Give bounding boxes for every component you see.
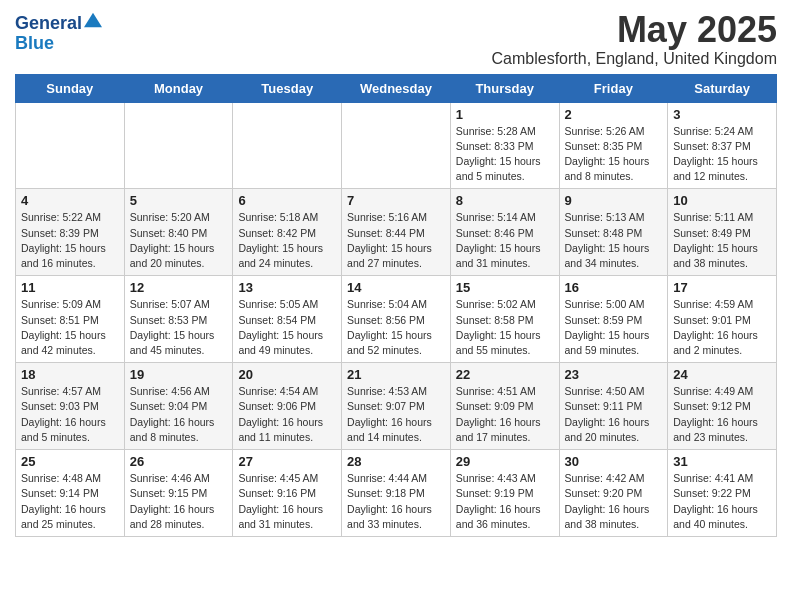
calendar-cell: 14Sunrise: 5:04 AMSunset: 8:56 PMDayligh… (342, 276, 451, 363)
calendar-cell: 27Sunrise: 4:45 AMSunset: 9:16 PMDayligh… (233, 450, 342, 537)
calendar-cell: 12Sunrise: 5:07 AMSunset: 8:53 PMDayligh… (124, 276, 233, 363)
calendar-cell (16, 102, 125, 189)
calendar-header-monday: Monday (124, 74, 233, 102)
day-info: Sunrise: 4:54 AMSunset: 9:06 PMDaylight:… (238, 384, 336, 445)
calendar-cell: 3Sunrise: 5:24 AMSunset: 8:37 PMDaylight… (668, 102, 777, 189)
logo: General Blue (15, 14, 102, 54)
month-title: May 2025 (492, 10, 778, 50)
logo-blue: Blue (15, 33, 54, 53)
day-info: Sunrise: 5:11 AMSunset: 8:49 PMDaylight:… (673, 210, 771, 271)
day-info: Sunrise: 4:45 AMSunset: 9:16 PMDaylight:… (238, 471, 336, 532)
calendar-week-3: 11Sunrise: 5:09 AMSunset: 8:51 PMDayligh… (16, 276, 777, 363)
day-number: 4 (21, 193, 119, 208)
day-number: 21 (347, 367, 445, 382)
day-number: 31 (673, 454, 771, 469)
calendar-header-sunday: Sunday (16, 74, 125, 102)
day-info: Sunrise: 5:13 AMSunset: 8:48 PMDaylight:… (565, 210, 663, 271)
day-number: 26 (130, 454, 228, 469)
day-info: Sunrise: 4:42 AMSunset: 9:20 PMDaylight:… (565, 471, 663, 532)
day-info: Sunrise: 4:49 AMSunset: 9:12 PMDaylight:… (673, 384, 771, 445)
calendar-cell: 11Sunrise: 5:09 AMSunset: 8:51 PMDayligh… (16, 276, 125, 363)
calendar-week-5: 25Sunrise: 4:48 AMSunset: 9:14 PMDayligh… (16, 450, 777, 537)
calendar-cell: 15Sunrise: 5:02 AMSunset: 8:58 PMDayligh… (450, 276, 559, 363)
calendar-cell: 13Sunrise: 5:05 AMSunset: 8:54 PMDayligh… (233, 276, 342, 363)
calendar-header-friday: Friday (559, 74, 668, 102)
calendar-body: 1Sunrise: 5:28 AMSunset: 8:33 PMDaylight… (16, 102, 777, 536)
day-info: Sunrise: 5:22 AMSunset: 8:39 PMDaylight:… (21, 210, 119, 271)
calendar-header-tuesday: Tuesday (233, 74, 342, 102)
day-number: 29 (456, 454, 554, 469)
day-number: 8 (456, 193, 554, 208)
day-info: Sunrise: 5:07 AMSunset: 8:53 PMDaylight:… (130, 297, 228, 358)
calendar-cell (124, 102, 233, 189)
day-info: Sunrise: 4:41 AMSunset: 9:22 PMDaylight:… (673, 471, 771, 532)
calendar-cell: 2Sunrise: 5:26 AMSunset: 8:35 PMDaylight… (559, 102, 668, 189)
calendar-cell: 4Sunrise: 5:22 AMSunset: 8:39 PMDaylight… (16, 189, 125, 276)
day-number: 14 (347, 280, 445, 295)
calendar-cell: 10Sunrise: 5:11 AMSunset: 8:49 PMDayligh… (668, 189, 777, 276)
calendar-cell: 18Sunrise: 4:57 AMSunset: 9:03 PMDayligh… (16, 363, 125, 450)
day-info: Sunrise: 5:05 AMSunset: 8:54 PMDaylight:… (238, 297, 336, 358)
day-info: Sunrise: 5:28 AMSunset: 8:33 PMDaylight:… (456, 124, 554, 185)
day-info: Sunrise: 5:26 AMSunset: 8:35 PMDaylight:… (565, 124, 663, 185)
day-number: 12 (130, 280, 228, 295)
day-info: Sunrise: 4:51 AMSunset: 9:09 PMDaylight:… (456, 384, 554, 445)
day-number: 5 (130, 193, 228, 208)
location-title: Camblesforth, England, United Kingdom (492, 50, 778, 68)
day-number: 22 (456, 367, 554, 382)
day-info: Sunrise: 5:20 AMSunset: 8:40 PMDaylight:… (130, 210, 228, 271)
calendar-cell: 6Sunrise: 5:18 AMSunset: 8:42 PMDaylight… (233, 189, 342, 276)
day-number: 2 (565, 107, 663, 122)
svg-marker-0 (84, 13, 102, 27)
day-number: 24 (673, 367, 771, 382)
calendar-cell: 1Sunrise: 5:28 AMSunset: 8:33 PMDaylight… (450, 102, 559, 189)
day-info: Sunrise: 5:24 AMSunset: 8:37 PMDaylight:… (673, 124, 771, 185)
calendar-cell: 25Sunrise: 4:48 AMSunset: 9:14 PMDayligh… (16, 450, 125, 537)
day-info: Sunrise: 5:02 AMSunset: 8:58 PMDaylight:… (456, 297, 554, 358)
day-info: Sunrise: 4:59 AMSunset: 9:01 PMDaylight:… (673, 297, 771, 358)
day-info: Sunrise: 4:50 AMSunset: 9:11 PMDaylight:… (565, 384, 663, 445)
day-info: Sunrise: 4:43 AMSunset: 9:19 PMDaylight:… (456, 471, 554, 532)
calendar-cell (233, 102, 342, 189)
calendar-cell: 5Sunrise: 5:20 AMSunset: 8:40 PMDaylight… (124, 189, 233, 276)
calendar-cell: 28Sunrise: 4:44 AMSunset: 9:18 PMDayligh… (342, 450, 451, 537)
day-number: 11 (21, 280, 119, 295)
calendar-cell: 30Sunrise: 4:42 AMSunset: 9:20 PMDayligh… (559, 450, 668, 537)
day-info: Sunrise: 5:16 AMSunset: 8:44 PMDaylight:… (347, 210, 445, 271)
day-info: Sunrise: 4:53 AMSunset: 9:07 PMDaylight:… (347, 384, 445, 445)
day-number: 15 (456, 280, 554, 295)
day-info: Sunrise: 4:48 AMSunset: 9:14 PMDaylight:… (21, 471, 119, 532)
calendar-cell: 16Sunrise: 5:00 AMSunset: 8:59 PMDayligh… (559, 276, 668, 363)
day-info: Sunrise: 5:14 AMSunset: 8:46 PMDaylight:… (456, 210, 554, 271)
calendar-cell: 20Sunrise: 4:54 AMSunset: 9:06 PMDayligh… (233, 363, 342, 450)
logo-general: General (15, 14, 82, 34)
day-number: 17 (673, 280, 771, 295)
day-number: 23 (565, 367, 663, 382)
header: General Blue May 2025 Camblesforth, Engl… (15, 10, 777, 68)
day-number: 16 (565, 280, 663, 295)
calendar-cell: 19Sunrise: 4:56 AMSunset: 9:04 PMDayligh… (124, 363, 233, 450)
calendar-cell: 9Sunrise: 5:13 AMSunset: 8:48 PMDaylight… (559, 189, 668, 276)
calendar-cell: 26Sunrise: 4:46 AMSunset: 9:15 PMDayligh… (124, 450, 233, 537)
day-info: Sunrise: 5:09 AMSunset: 8:51 PMDaylight:… (21, 297, 119, 358)
calendar-table: SundayMondayTuesdayWednesdayThursdayFrid… (15, 74, 777, 537)
calendar-cell: 24Sunrise: 4:49 AMSunset: 9:12 PMDayligh… (668, 363, 777, 450)
calendar-cell: 7Sunrise: 5:16 AMSunset: 8:44 PMDaylight… (342, 189, 451, 276)
calendar-cell: 29Sunrise: 4:43 AMSunset: 9:19 PMDayligh… (450, 450, 559, 537)
day-number: 19 (130, 367, 228, 382)
day-number: 13 (238, 280, 336, 295)
day-info: Sunrise: 4:46 AMSunset: 9:15 PMDaylight:… (130, 471, 228, 532)
day-info: Sunrise: 5:18 AMSunset: 8:42 PMDaylight:… (238, 210, 336, 271)
day-number: 6 (238, 193, 336, 208)
calendar-cell (342, 102, 451, 189)
title-block: May 2025 Camblesforth, England, United K… (492, 10, 778, 68)
day-number: 7 (347, 193, 445, 208)
calendar-cell: 31Sunrise: 4:41 AMSunset: 9:22 PMDayligh… (668, 450, 777, 537)
calendar-week-1: 1Sunrise: 5:28 AMSunset: 8:33 PMDaylight… (16, 102, 777, 189)
day-number: 28 (347, 454, 445, 469)
day-number: 25 (21, 454, 119, 469)
calendar-header-wednesday: Wednesday (342, 74, 451, 102)
day-number: 9 (565, 193, 663, 208)
day-info: Sunrise: 5:00 AMSunset: 8:59 PMDaylight:… (565, 297, 663, 358)
calendar-header-row: SundayMondayTuesdayWednesdayThursdayFrid… (16, 74, 777, 102)
